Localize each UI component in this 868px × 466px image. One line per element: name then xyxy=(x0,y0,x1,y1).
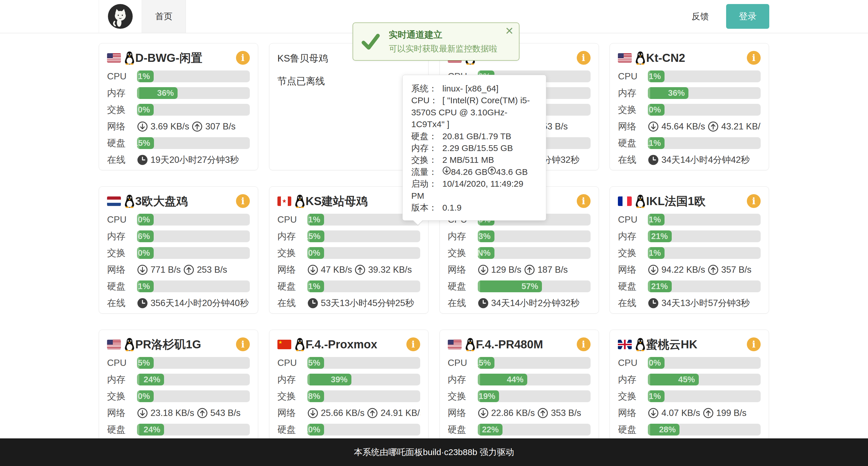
upload-icon xyxy=(537,408,548,419)
info-icon[interactable]: i xyxy=(577,51,591,65)
network-speeds: 47 KB/s 39.32 KB/s xyxy=(307,264,420,275)
swap-progress-bar: 1% xyxy=(648,390,761,402)
info-icon[interactable]: i xyxy=(577,194,591,208)
disk-usage-value: 11% xyxy=(648,138,664,148)
upload-icon xyxy=(367,408,378,419)
cpu-progress-bar: 5% xyxy=(137,357,250,369)
info-icon[interactable]: i xyxy=(577,337,591,351)
tooltip-row-system: 系统：linux- [x86_64] xyxy=(411,82,537,94)
swap-usage-value: 1% xyxy=(648,392,664,401)
uptime-label: 在线 xyxy=(277,297,307,309)
network-row: 网络 25.66 KB/s 24.91 KB/s xyxy=(277,407,420,419)
network-label: 网络 xyxy=(448,264,478,276)
clock-icon xyxy=(478,298,489,309)
swap-row: 交换 19% xyxy=(448,390,591,402)
info-icon[interactable]: i xyxy=(406,337,420,351)
tooltip-value: 20.81 GB/1.79 TB xyxy=(442,131,512,141)
network-label: 网络 xyxy=(107,407,137,420)
download-icon xyxy=(137,264,148,275)
feedback-link[interactable]: 反馈 xyxy=(691,11,709,23)
network-speeds: 3.69 KB/s 307 B/s xyxy=(137,121,250,132)
memory-progress-fill: 44% xyxy=(478,374,527,386)
disk-row: 硬盘 1% xyxy=(277,280,420,292)
memory-label: 内存 xyxy=(277,230,307,243)
info-icon[interactable]: i xyxy=(236,51,250,65)
toast-close-icon[interactable]: ✕ xyxy=(505,26,514,36)
network-label: 网络 xyxy=(618,120,648,133)
info-icon[interactable]: i xyxy=(236,194,250,208)
country-flag-icon xyxy=(107,197,121,206)
download-speed: 3.69 KB/s xyxy=(151,122,189,132)
memory-progress-fill: 6% xyxy=(137,230,154,242)
memory-progress-bar: 36% xyxy=(648,87,761,99)
memory-progress-bar: 45% xyxy=(648,374,761,386)
swap-label: 交换 xyxy=(618,104,648,116)
tooltip-row-boot: 启动：10/14/2020, 11:49:29 PM xyxy=(411,178,537,202)
disk-row: 硬盘 28% xyxy=(618,424,761,435)
server-card: 3欧大盘鸡 i CPU 0% 内存 6% 交换 0% 网络 771 B/s xyxy=(99,187,258,313)
info-icon[interactable]: i xyxy=(747,51,761,65)
disk-row: 硬盘 22% xyxy=(448,424,591,435)
cpu-usage-value: 5% xyxy=(307,358,324,368)
upload-speed: 307 B/s xyxy=(205,122,236,132)
swap-usage-value: 0% xyxy=(307,248,324,258)
network-speeds: 45.64 KB/s 43.21 KB/s xyxy=(648,121,761,132)
login-button[interactable]: 登录 xyxy=(726,4,769,29)
memory-row: 内存 3% xyxy=(448,230,591,242)
swap-label: 交换 xyxy=(618,247,648,260)
swap-progress-bar: 1% xyxy=(648,247,761,259)
memory-row: 内存 6% xyxy=(107,230,250,242)
memory-usage-value: 36% xyxy=(664,88,688,98)
disk-progress-bar: 1% xyxy=(137,280,250,292)
network-row: 网络 45.64 KB/s 43.21 KB/s xyxy=(618,121,761,132)
info-icon[interactable]: i xyxy=(747,337,761,351)
memory-row: 内存 24% xyxy=(107,374,250,386)
swap-usage-value: N% xyxy=(478,248,494,258)
memory-progress-bar: 6% xyxy=(137,230,250,242)
info-icon[interactable]: i xyxy=(236,337,250,351)
network-speeds: 4.07 KB/s 199 B/s xyxy=(648,408,761,419)
cpu-progress-bar: 15% xyxy=(478,357,591,369)
server-card-header: F.4.-Proxmox i xyxy=(277,336,420,353)
country-flag-icon xyxy=(277,340,291,349)
success-toast: 实时通道建立 可以实时获取最新监控数据啦 ✕ xyxy=(352,23,520,61)
download-speed: 22.86 KB/s xyxy=(491,408,535,418)
uptime-row: 在线 356天14小时20分钟40秒 xyxy=(107,297,250,309)
swap-progress-fill: 1% xyxy=(648,390,664,402)
swap-usage-value: 0% xyxy=(648,105,664,114)
tab-home[interactable]: 首页 xyxy=(142,0,186,33)
cpu-row: CPU 5% xyxy=(107,357,250,369)
cpu-progress-fill: 5% xyxy=(137,357,154,369)
memory-progress-fill: 45% xyxy=(648,374,699,386)
memory-usage-value: 36% xyxy=(153,88,178,98)
server-name: 3欧大盘鸡 xyxy=(135,193,236,209)
memory-progress-bar: 3% xyxy=(478,230,591,242)
download-speed: 23.18 KB/s xyxy=(151,408,194,418)
tooltip-row-disk: 硬盘：20.81 GB/1.79 TB xyxy=(411,130,537,142)
swap-progress-fill: 0% xyxy=(137,390,154,402)
cpu-usage-value: 1% xyxy=(648,215,664,224)
server-card: F.4.-Proxmox i CPU 5% 内存 39% 交换 8% 网络 25… xyxy=(269,330,429,457)
memory-progress-fill: 15% xyxy=(307,230,324,242)
memory-label: 内存 xyxy=(618,87,648,100)
cpu-label: CPU xyxy=(107,214,137,225)
uptime-value-wrap: 34天13小时57分钟3秒 xyxy=(648,297,761,309)
server-card: 蜜桃云HK i CPU 0% 内存 45% 交换 1% 网络 4.07 KB/s xyxy=(610,330,769,457)
swap-label: 交换 xyxy=(107,390,137,403)
swap-usage-value: 0% xyxy=(137,248,154,258)
download-speed: 45.64 KB/s xyxy=(661,122,705,132)
server-card-header: IKL法国1欧 i xyxy=(618,193,761,209)
cpu-label: CPU xyxy=(107,71,137,82)
memory-progress-bar: 15% xyxy=(307,230,420,242)
server-card: PR洛杉矶1G i CPU 5% 内存 24% 交换 0% 网络 23.18 K… xyxy=(99,330,258,457)
swap-progress-bar: 0% xyxy=(648,104,761,115)
memory-usage-value: 21% xyxy=(648,232,672,241)
swap-progress-bar: 0% xyxy=(137,104,250,115)
footer-panel-link[interactable]: 哪吒面板 xyxy=(389,446,423,458)
country-flag-icon xyxy=(448,340,462,349)
info-icon[interactable]: i xyxy=(747,194,761,208)
brand-logo-link[interactable] xyxy=(99,0,142,33)
server-card-header: 蜜桃云HK i xyxy=(618,336,761,353)
cpu-usage-value: 1% xyxy=(137,72,154,81)
dashboard-page: 首页 反馈 登录 D-BWG-闲置 i CPU 1% 内存 36% 交换 xyxy=(0,0,868,466)
